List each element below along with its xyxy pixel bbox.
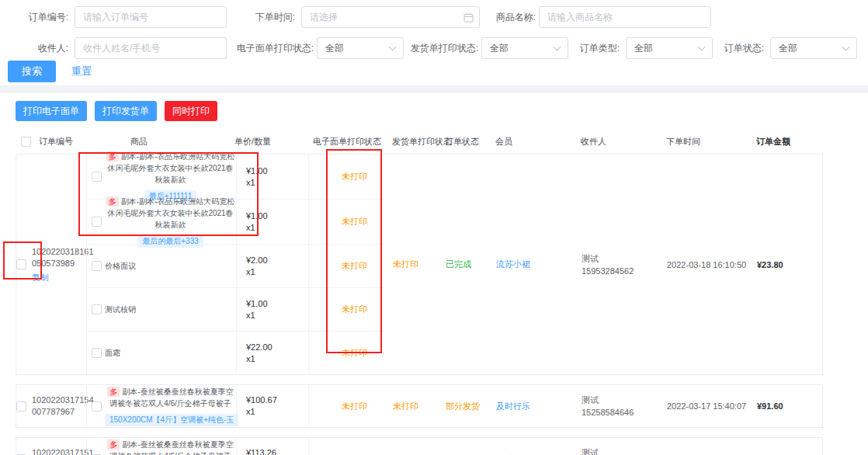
eface-print-status: 未打印: [308, 288, 384, 331]
order-status: 待收货: [441, 438, 490, 455]
filter-label-eface-print-status: 电子面单打印状态:: [233, 42, 314, 55]
selected-value: 全部: [490, 42, 509, 55]
unit-price: ¥1.00: [246, 210, 308, 222]
order-item-row: 多副本-蚕丝被桑蚕丝春秋被夏季空调被冬被芯双人4/6/斤全棉子母被子150X20…: [87, 385, 384, 427]
section-divider: [0, 85, 868, 93]
table-body: 1020220318161050573989复制多副本-副本-衣品乐欧洲站大码宽…: [0, 154, 868, 455]
filter-input-order-time[interactable]: [301, 6, 480, 28]
filter-input-order-no[interactable]: [75, 6, 227, 28]
item-checkbox[interactable]: [92, 261, 102, 271]
item-checkbox[interactable]: [92, 401, 102, 412]
filter-control-product-name: [539, 6, 711, 28]
order-number-line1: 1020220318161: [32, 246, 86, 258]
filter-label-order-no: 订单编号:: [12, 11, 68, 24]
product-info: 面霜: [105, 347, 236, 359]
selected-value: 全部: [779, 42, 797, 55]
product-name: 多副本-副本-衣品乐欧洲站大码宽松休闲毛呢外套大衣女装中长款2021春秋装新款: [105, 151, 236, 186]
filter-label-order-type: 订单类型:: [575, 42, 620, 55]
price-qty-cell: ¥22.00x1: [236, 332, 308, 374]
print-invoice-button[interactable]: 打印发货单: [95, 101, 157, 121]
unit-price: ¥1.00: [246, 298, 308, 310]
filter-select-order-type[interactable]: 全部: [626, 37, 713, 59]
order-time: 2022-03-18 16:10:50: [659, 155, 746, 374]
product-name: 面霜: [105, 347, 236, 359]
filter-select-invoice-print-status[interactable]: 全部: [481, 37, 568, 59]
product-name: 测试核销: [105, 304, 236, 315]
order-checkbox-cell: [16, 385, 32, 427]
order-number-cell: 1020220317151716805557: [32, 438, 86, 455]
product-info: 多副本-蚕丝被桑蚕丝春秋被夏季空调被冬被芯双人4/6/斤全棉子母被子150X20…: [105, 386, 236, 426]
product-cell: 多副本-蚕丝被桑蚕丝春秋被夏季空调被冬被芯双人4/6/斤全棉子母被子150X20…: [87, 438, 236, 455]
order-checkbox[interactable]: [16, 401, 26, 412]
product-info: 多副本-蚕丝被桑蚕丝春秋被夏季空调被冬被芯双人4/6/斤全棉子母被子150X20…: [105, 439, 236, 455]
header-product: 商品: [85, 136, 234, 148]
recipient-cell: 测试15258584646: [575, 385, 659, 427]
eface-print-status: 未打印: [308, 385, 384, 427]
filter-control-order-time: [301, 6, 480, 28]
recipient-cell: 测试15953284562: [575, 155, 659, 374]
order-checkbox-cell: [16, 155, 32, 374]
order-checkbox[interactable]: [16, 259, 26, 269]
header-order-no: 订单编号: [31, 136, 85, 148]
product-name: 多副本-蚕丝被桑蚕丝春秋被夏季空调被冬被芯双人4/6/斤全棉子母被子: [105, 439, 236, 455]
item-checkbox[interactable]: [92, 217, 102, 227]
order-item-row: 多副本-副本-衣品乐欧洲站大码宽松休闲毛呢外套大衣女装中长款2021春秋装新款最…: [87, 155, 384, 200]
product-info: 价格面议: [105, 260, 236, 272]
product-cell: 多副本-副本-衣品乐欧洲站大码宽松休闲毛呢外套大衣女装中长款2021春秋装新款最…: [87, 155, 236, 199]
order-items: 多副本-蚕丝被桑蚕丝春秋被夏季空调被冬被芯双人4/6/斤全棉子母被子150X20…: [86, 385, 384, 427]
order-number-line1: 1020220317154: [32, 394, 86, 406]
filter-label-order-time: 下单时间:: [245, 11, 295, 24]
product-info: 测试核销: [105, 304, 236, 315]
print-ewaybill-button[interactable]: 打印电子面单: [16, 101, 87, 121]
order-amount: ¥91.60: [746, 385, 847, 427]
quantity: x1: [246, 406, 308, 418]
filter-field-recipient: 收件人:: [12, 37, 227, 59]
order-management-page: 订单编号:下单时间:商品名称: 收件人:电子面单打印状态:全部发货单打印状态:全…: [0, 0, 868, 455]
member-link[interactable]: 及时行乐: [496, 401, 575, 412]
unit-price: ¥2.00: [246, 255, 308, 266]
header-order-time: 下单时间: [658, 136, 745, 148]
item-checkbox[interactable]: [92, 304, 102, 314]
filter-select-eface-print-status[interactable]: 全部: [317, 37, 404, 59]
filter-field-order-type: 订单类型:全部: [568, 37, 713, 59]
order-item-row: 面霜¥22.00x1未打印: [87, 332, 384, 374]
filter-control-order-type: 全部: [626, 37, 713, 59]
eface-print-status: 未打印: [308, 200, 384, 244]
select-all-checkbox[interactable]: [21, 137, 31, 147]
member-link[interactable]: 流苏小裙: [496, 259, 575, 270]
member-cell: 及时行乐: [490, 438, 575, 455]
filter-label-product-name: 商品名称:: [483, 11, 536, 24]
filter-input-product-name[interactable]: [539, 6, 711, 28]
item-checkbox[interactable]: [92, 348, 102, 358]
price-qty-cell: ¥2.00x1: [236, 245, 308, 287]
quantity: x1: [246, 177, 308, 189]
filter-panel: 订单编号:下单时间:商品名称: 收件人:电子面单打印状态:全部发货单打印状态:全…: [0, 0, 868, 82]
product-info: 多副本-副本-衣品乐欧洲站大码宽松休闲毛呢外套大衣女装中长款2021春秋装新款最…: [105, 196, 236, 248]
select-all-cell: [16, 137, 31, 147]
recipient-name: 测试: [582, 394, 659, 406]
item-checkbox[interactable]: [92, 172, 102, 182]
order-number-cell: 1020220317154007787967: [32, 385, 86, 427]
order-items: 多副本-蚕丝被桑蚕丝春秋被夏季空调被冬被芯双人4/6/斤全棉子母被子150X20…: [86, 438, 384, 455]
filter-field-invoice-print-status: 发货单打印状态:全部: [404, 37, 568, 59]
price-qty-cell: ¥1.00x1: [236, 288, 308, 331]
header-order-status: 订单状态: [440, 136, 489, 148]
filter-actions: 搜索 重置: [0, 61, 868, 82]
selected-value: 全部: [325, 42, 344, 55]
product-cell: 面霜: [87, 332, 236, 374]
unit-price: ¥22.00: [246, 342, 308, 353]
product-cell: 多副本-蚕丝被桑蚕丝春秋被夏季空调被冬被芯双人4/6/斤全棉子母被子150X20…: [87, 385, 236, 427]
filter-row-1: 订单编号:下单时间:商品名称:: [0, 6, 868, 28]
reset-button[interactable]: 重置: [68, 64, 95, 78]
order-status: 部分发货: [441, 385, 490, 427]
search-button[interactable]: 搜索: [8, 61, 56, 82]
filter-control-recipient: [75, 37, 227, 59]
filter-label-order-status: 订单状态:: [720, 42, 764, 55]
filter-select-order-status[interactable]: 全部: [770, 37, 857, 59]
copy-order-number-link[interactable]: 复制: [32, 272, 86, 283]
filter-label-recipient: 收件人:: [12, 42, 68, 55]
filter-input-recipient[interactable]: [75, 37, 227, 59]
filter-field-product-name: 商品名称:: [480, 6, 711, 28]
recipient-cell: 测试15258584646: [575, 438, 659, 455]
print-both-button[interactable]: 同时打印: [165, 101, 217, 121]
